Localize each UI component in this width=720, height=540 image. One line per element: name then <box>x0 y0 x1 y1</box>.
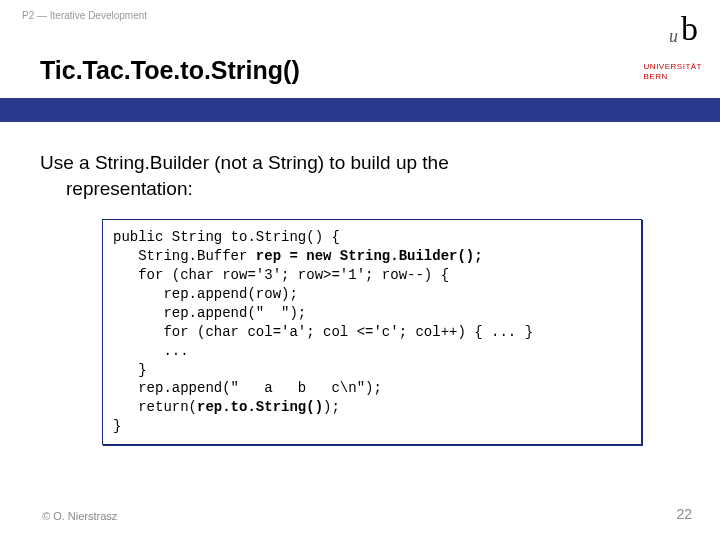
title-bar: Tic.Tac.Toe.to.String() <box>0 42 555 98</box>
code-l9: rep.append(" a b c\n"); <box>113 380 382 396</box>
slide-body: Use a String.Builder (not a String) to b… <box>40 150 680 445</box>
lead-line2: representation: <box>40 176 680 202</box>
code-l8: } <box>113 362 147 378</box>
code-l3: for (char row='3'; row>='1'; row--) { <box>113 267 449 283</box>
code-l6: for (char col='a'; col <='c'; col++) { .… <box>113 324 533 340</box>
logo-mark: u b <box>612 12 702 52</box>
university-logo: u b <box>612 12 702 52</box>
logo-u-letter: u <box>669 26 678 47</box>
university-name: UNIVERSITÄT BERN <box>644 62 702 83</box>
copyright: © O. Nierstrasz <box>42 510 117 522</box>
logo-b-letter: b <box>681 10 698 48</box>
university-line1: UNIVERSITÄT <box>644 62 702 71</box>
code-l4: rep.append(row); <box>113 286 298 302</box>
code-l10a: return( <box>113 399 197 415</box>
code-l10c: ); <box>323 399 340 415</box>
code-box: public String to.String() { String.Buffe… <box>102 219 642 445</box>
slide-title: Tic.Tac.Toe.to.String() <box>40 56 300 85</box>
code-l10b: rep.to.String() <box>197 399 323 415</box>
page-number: 22 <box>676 506 692 522</box>
course-label: P2 — Iterative Development <box>22 10 147 21</box>
code-l11: } <box>113 418 121 434</box>
code-l5: rep.append(" "); <box>113 305 306 321</box>
code-l1: public String to.String() { <box>113 229 340 245</box>
university-line2: BERN <box>644 72 668 81</box>
code-listing: public String to.String() { String.Buffe… <box>113 228 631 436</box>
accent-strip <box>0 98 720 122</box>
code-l2b: rep = new String.Builder(); <box>256 248 483 264</box>
lead-paragraph: Use a String.Builder (not a String) to b… <box>40 150 680 201</box>
code-l2a: String.Buffer <box>113 248 256 264</box>
code-l7: ... <box>113 343 189 359</box>
lead-line1: Use a String.Builder (not a String) to b… <box>40 152 449 173</box>
